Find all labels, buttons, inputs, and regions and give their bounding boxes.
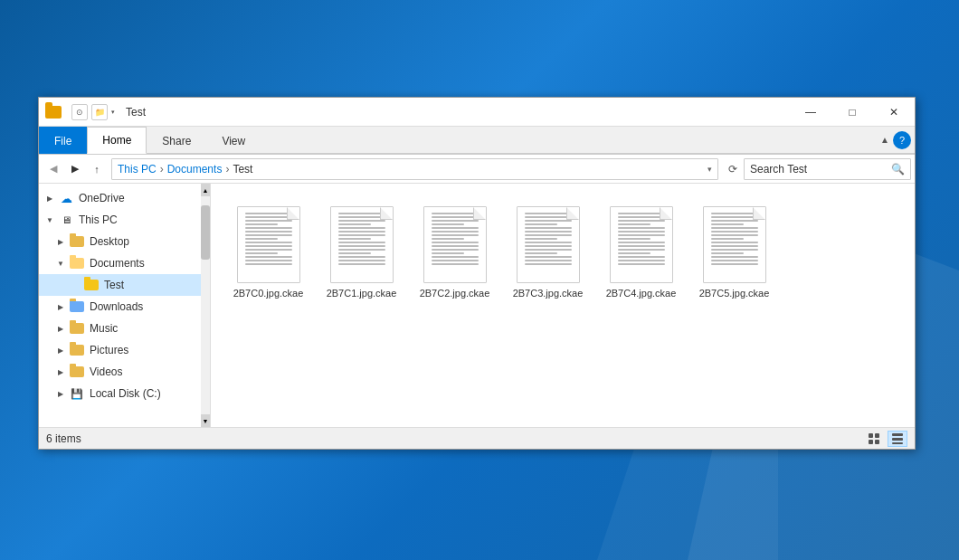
file-line (432, 249, 479, 251)
tab-share[interactable]: Share (147, 127, 206, 154)
file-thumbnail (610, 206, 673, 283)
videos-icon (68, 365, 86, 379)
search-input[interactable] (750, 163, 891, 176)
sidebar-item-pictures[interactable]: ▶ Pictures (39, 339, 210, 361)
file-line (618, 252, 650, 254)
file-line (338, 245, 385, 247)
search-box[interactable]: 🔍 (744, 158, 911, 180)
expand-icon: ▶ (43, 195, 57, 203)
file-line (432, 234, 479, 236)
back-button[interactable]: ◀ (43, 158, 64, 180)
address-bar: ◀ ▶ ↑ This PC › Documents › Test ▾ ⟳ 🔍 (39, 155, 915, 184)
file-item[interactable]: 2B7C0.jpg.ckae (225, 198, 311, 308)
sidebar-item-desktop[interactable]: ▶ Desktop (39, 231, 210, 252)
search-icon[interactable]: 🔍 (891, 163, 905, 176)
sidebar-item-videos[interactable]: ▶ Videos (39, 361, 210, 383)
file-line (711, 223, 744, 225)
icon-view-icon (891, 432, 904, 445)
sidebar-item-localdisk[interactable]: ▶ 💾 Local Disk (C:) (39, 383, 210, 404)
file-line (525, 245, 572, 247)
file-line (338, 216, 385, 218)
file-line (525, 213, 572, 214)
ribbon-collapse-icon[interactable]: ▲ (877, 131, 893, 148)
sidebar-label-desktop: Desktop (90, 235, 129, 248)
music-icon (68, 321, 86, 336)
file-item[interactable]: 2B7C3.jpg.ckae (505, 198, 591, 308)
file-line (432, 256, 479, 258)
file-line (711, 260, 758, 261)
file-line (338, 220, 385, 222)
title-bar: ⊙ 📁 ▾ Test — □ ✕ (39, 98, 915, 127)
breadcrumb-documents[interactable]: Documents (167, 163, 223, 176)
forward-button[interactable]: ▶ (64, 158, 86, 180)
expand-icon-downloads: ▶ (53, 303, 68, 311)
tab-home[interactable]: Home (87, 127, 147, 154)
close-button[interactable]: ✕ (873, 98, 915, 127)
file-line (711, 227, 758, 229)
folder-title-icon (45, 106, 62, 119)
file-line (338, 252, 371, 254)
file-line (525, 256, 572, 258)
scrollbar-thumb[interactable] (201, 205, 210, 260)
sidebar-item-documents[interactable]: ▼ Documents (39, 252, 210, 274)
sidebar-item-thispc[interactable]: ▼ 🖥 This PC (39, 209, 210, 231)
list-view-icon (868, 432, 880, 445)
file-line (618, 249, 665, 251)
file-line (711, 220, 758, 222)
expand-icon-videos: ▶ (53, 368, 68, 376)
file-thumbnail (703, 206, 766, 283)
file-line (525, 249, 572, 251)
sidebar-label-videos: Videos (90, 365, 122, 378)
ribbon: File Home Share View ▲ ? (39, 127, 915, 155)
file-line (618, 223, 650, 225)
file-item[interactable]: 2B7C1.jpg.ckae (318, 198, 404, 308)
tab-view[interactable]: View (206, 127, 261, 154)
desktop-icon (68, 234, 86, 249)
file-line (432, 245, 479, 247)
refresh-button[interactable]: ⟳ (722, 158, 744, 180)
status-bar: 6 items (39, 427, 915, 449)
breadcrumb-thispc[interactable]: This PC (118, 163, 157, 176)
file-line (618, 213, 665, 214)
file-line (245, 245, 292, 247)
maximize-button[interactable]: □ (831, 98, 873, 127)
sidebar-label-thispc: This PC (79, 214, 118, 226)
expand-icon-desktop: ▶ (53, 238, 68, 246)
address-dropdown-icon[interactable]: ▾ (707, 165, 712, 174)
file-item[interactable]: 2B7C4.jpg.ckae (598, 198, 684, 308)
sidebar-label-downloads: Downloads (90, 300, 143, 313)
downloads-icon (68, 299, 86, 314)
quick-access-dropdown[interactable]: ▾ (111, 109, 115, 116)
tab-file[interactable]: File (39, 127, 87, 154)
properties-button[interactable]: ⊙ (71, 104, 88, 120)
sidebar-item-onedrive[interactable]: ▶ ☁ OneDrive (39, 187, 210, 209)
file-line (338, 227, 385, 229)
minimize-button[interactable]: — (790, 98, 831, 127)
file-corner-fold (473, 207, 486, 220)
new-folder-button[interactable]: 📁 (91, 104, 108, 120)
file-line (245, 234, 292, 236)
help-button[interactable]: ? (893, 131, 911, 149)
file-line (338, 223, 371, 225)
address-input[interactable]: This PC › Documents › Test ▾ (111, 158, 718, 180)
file-line (525, 242, 572, 243)
list-view-button[interactable] (864, 431, 884, 447)
file-line (432, 263, 479, 265)
sidebar-item-test[interactable]: Test (39, 274, 210, 296)
file-corner-fold (287, 207, 299, 220)
file-line (525, 216, 572, 218)
file-explorer-window: ⊙ 📁 ▾ Test — □ ✕ File Home Share View (38, 97, 916, 450)
icon-view-button[interactable] (888, 431, 907, 447)
sidebar-item-music[interactable]: ▶ Music (39, 318, 210, 339)
file-line (338, 231, 385, 233)
scrollbar-track (201, 196, 210, 414)
file-line (245, 216, 292, 218)
up-button[interactable]: ↑ (86, 158, 108, 180)
sidebar-item-downloads[interactable]: ▶ Downloads (39, 296, 210, 318)
svg-rect-4 (892, 433, 903, 436)
scroll-down-button[interactable]: ▼ (201, 414, 210, 427)
scroll-up-button[interactable]: ▲ (201, 184, 210, 196)
svg-rect-5 (892, 438, 903, 441)
file-item[interactable]: 2B7C2.jpg.ckae (412, 198, 498, 308)
file-item[interactable]: 2B7C5.jpg.ckae (691, 198, 777, 308)
